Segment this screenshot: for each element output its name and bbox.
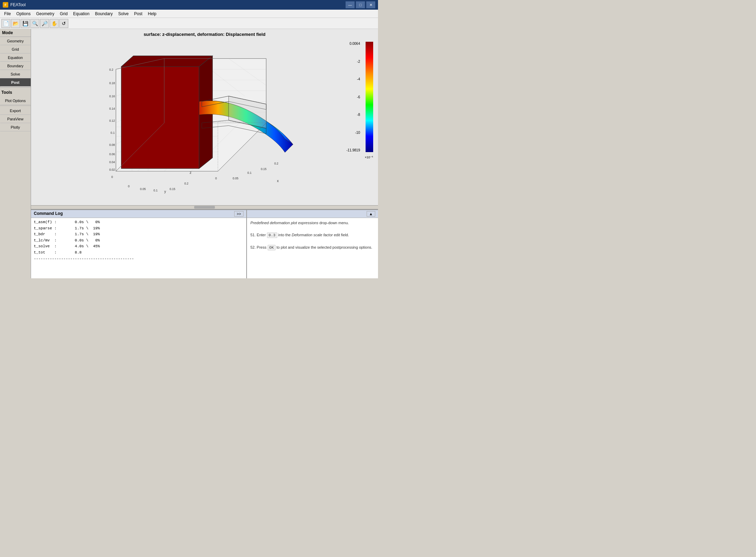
menu-item-help[interactable]: Help bbox=[145, 11, 159, 17]
svg-marker-23 bbox=[121, 67, 199, 169]
app-icon: F bbox=[3, 2, 8, 8]
svg-text:0.2: 0.2 bbox=[109, 68, 113, 71]
save-button[interactable]: 💾 bbox=[21, 19, 30, 28]
main-area: Mode Geometry Grid Equation Boundary Sol… bbox=[0, 29, 378, 278]
colorbar-max: 0.0064 bbox=[347, 42, 360, 46]
minimize-button[interactable]: — bbox=[346, 1, 355, 8]
open-button[interactable]: 📂 bbox=[11, 19, 20, 28]
plot-svg: z y x 0.2 0.18 0.16 0.14 0.12 0.1 0.08 0… bbox=[40, 42, 369, 198]
colorbar-labels: 0.0064 -2 -4 -6 -8 -10 -11.9819 bbox=[347, 42, 360, 152]
log-line: t_sparse : 1.7s \ 19% bbox=[34, 226, 243, 232]
zoom-in-button[interactable]: 🔍 bbox=[30, 19, 39, 28]
colorbar-unit: ×10⁻⁶ bbox=[365, 156, 373, 159]
colorbar-gradient bbox=[366, 42, 373, 152]
scroll-thumb[interactable] bbox=[194, 206, 215, 209]
colorbar-val-2: -2 bbox=[347, 60, 360, 63]
svg-text:0: 0 bbox=[215, 177, 217, 180]
plot-container: z y x 0.2 0.18 0.16 0.14 0.12 0.1 0.08 0… bbox=[31, 38, 378, 202]
sidebar-btn-paraview[interactable]: ParaView bbox=[0, 115, 31, 123]
log-line: ----------------------------------------… bbox=[34, 256, 243, 262]
titlebar-left: F FEATool bbox=[3, 2, 26, 8]
bottom-area: Command Log >> t_asm(f) : 0.0s \ 0%t_spa… bbox=[31, 209, 378, 278]
svg-text:0.02: 0.02 bbox=[109, 168, 115, 171]
svg-text:0.2: 0.2 bbox=[185, 182, 189, 185]
help-panel-content[interactable]: Predefined deformation plot expressions … bbox=[247, 218, 378, 278]
content-area: surface: z-displacement, deformation: Di… bbox=[31, 29, 378, 278]
visualization-area: surface: z-displacement, deformation: Di… bbox=[31, 29, 378, 205]
svg-text:0: 0 bbox=[111, 175, 113, 179]
sidebar-btn-plotly[interactable]: Plotly bbox=[0, 123, 31, 131]
log-line: t_lc/mv : 0.0s \ 0% bbox=[34, 238, 243, 244]
sidebar-btn-geometry[interactable]: Geometry bbox=[0, 37, 31, 45]
svg-text:0.14: 0.14 bbox=[109, 107, 115, 110]
sidebar-btn-export[interactable]: Export bbox=[0, 107, 31, 115]
help-paragraph-2: 51. Enter 0.3 into the Deformation scale… bbox=[250, 232, 375, 239]
tools-header: Tools bbox=[0, 88, 31, 97]
pan-button[interactable]: ✋ bbox=[50, 19, 59, 28]
sidebar-btn-post[interactable]: Post bbox=[0, 78, 31, 87]
help-code-ok: OK bbox=[268, 245, 276, 250]
sidebar-btn-grid[interactable]: Grid bbox=[0, 45, 31, 53]
menu-item-solve[interactable]: Solve bbox=[116, 11, 131, 17]
help-panel: ▲ Predefined deformation plot expression… bbox=[247, 210, 378, 278]
mode-header: Mode bbox=[0, 29, 31, 37]
help-paragraph-1: Predefined deformation plot expressions … bbox=[250, 220, 375, 226]
maximize-button[interactable]: □ bbox=[356, 1, 365, 8]
svg-text:0.1: 0.1 bbox=[247, 171, 251, 175]
toolbar: 📄📂💾🔍🔎✋↺ bbox=[0, 18, 378, 29]
menu-item-options[interactable]: Options bbox=[13, 11, 33, 17]
command-log-expand[interactable]: >> bbox=[234, 211, 243, 217]
svg-text:0.06: 0.06 bbox=[109, 152, 115, 156]
svg-text:0.05: 0.05 bbox=[140, 187, 146, 191]
window-controls[interactable]: — □ ✕ bbox=[346, 1, 375, 8]
help-paragraph-3: 52. Press OK to plot and visualize the s… bbox=[250, 245, 375, 251]
colorbar-val-6: -6 bbox=[347, 95, 360, 99]
menu-item-geometry[interactable]: Geometry bbox=[33, 11, 57, 17]
svg-text:0.1: 0.1 bbox=[153, 189, 158, 192]
help-code-value: 0.3 bbox=[267, 232, 277, 238]
command-log-header: Command Log >> bbox=[31, 210, 246, 218]
sidebar-divider-2 bbox=[0, 106, 31, 106]
new-button[interactable]: 📄 bbox=[1, 19, 10, 28]
svg-text:0.04: 0.04 bbox=[109, 160, 115, 164]
zoom-out-button[interactable]: 🔎 bbox=[40, 19, 49, 28]
svg-text:0.08: 0.08 bbox=[109, 143, 115, 146]
menubar: FileOptionsGeometryGridEquationBoundaryS… bbox=[0, 10, 378, 18]
menu-item-grid[interactable]: Grid bbox=[57, 11, 70, 17]
svg-text:0.15: 0.15 bbox=[170, 187, 176, 191]
svg-text:0.18: 0.18 bbox=[109, 81, 115, 84]
sidebar-btn-plot-options[interactable]: Plot Options bbox=[0, 97, 31, 105]
scroll-divider[interactable] bbox=[31, 205, 378, 209]
app-title: FEATool bbox=[10, 2, 26, 7]
svg-text:x: x bbox=[277, 179, 279, 182]
svg-text:0.12: 0.12 bbox=[109, 119, 115, 122]
svg-text:0.1: 0.1 bbox=[111, 131, 115, 134]
svg-text:0.16: 0.16 bbox=[109, 95, 115, 98]
colorbar: 0.0064 -2 -4 -6 -8 -10 -11.9819 ×10⁻⁶ bbox=[366, 42, 373, 152]
close-button[interactable]: ✕ bbox=[366, 1, 375, 8]
help-panel-expand[interactable]: ▲ bbox=[367, 211, 375, 217]
log-line: t_tot : 8.8 bbox=[34, 250, 243, 256]
colorbar-val-4: -4 bbox=[347, 77, 360, 81]
menu-item-equation[interactable]: Equation bbox=[70, 11, 92, 17]
reset-view-button[interactable]: ↺ bbox=[59, 19, 68, 28]
log-line: t_asm(f) : 0.0s \ 0% bbox=[34, 219, 243, 226]
titlebar: F FEATool — □ ✕ bbox=[0, 0, 378, 10]
menu-item-boundary[interactable]: Boundary bbox=[92, 11, 115, 17]
menu-item-post[interactable]: Post bbox=[131, 11, 145, 17]
command-log-content[interactable]: t_asm(f) : 0.0s \ 0%t_sparse : 1.7s \ 19… bbox=[31, 218, 246, 278]
command-log-panel: Command Log >> t_asm(f) : 0.0s \ 0%t_spa… bbox=[31, 210, 247, 278]
svg-text:0: 0 bbox=[128, 185, 130, 188]
command-log-title: Command Log bbox=[34, 211, 63, 217]
sidebar-btn-solve[interactable]: Solve bbox=[0, 70, 31, 78]
sidebar: Mode Geometry Grid Equation Boundary Sol… bbox=[0, 29, 31, 278]
svg-text:0.2: 0.2 bbox=[274, 162, 278, 165]
svg-text:0.05: 0.05 bbox=[233, 177, 239, 180]
colorbar-val-10: -10 bbox=[347, 131, 360, 135]
help-panel-header: ▲ bbox=[247, 210, 378, 218]
sidebar-btn-equation[interactable]: Equation bbox=[0, 53, 31, 62]
sidebar-btn-boundary[interactable]: Boundary bbox=[0, 62, 31, 70]
plot-title: surface: z-displacement, deformation: Di… bbox=[31, 29, 378, 38]
menu-item-file[interactable]: File bbox=[1, 11, 13, 17]
log-line: t_solve : 4.0s \ 45% bbox=[34, 243, 243, 250]
